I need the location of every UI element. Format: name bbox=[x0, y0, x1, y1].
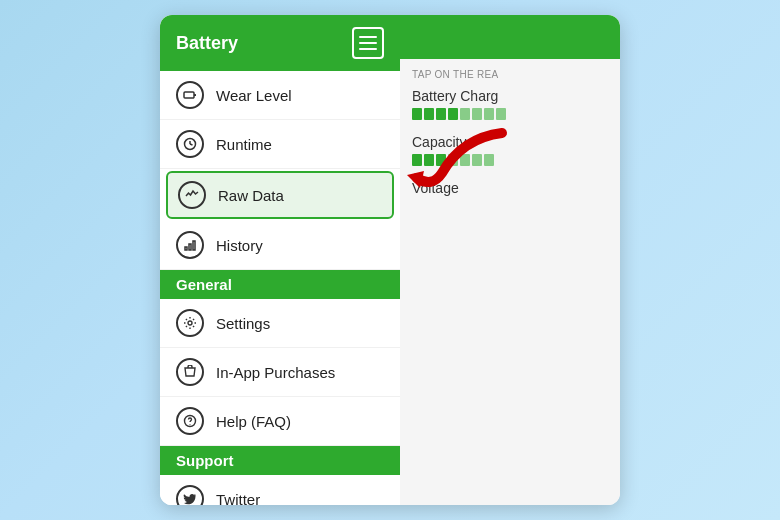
bar bbox=[424, 154, 434, 166]
bar bbox=[472, 108, 482, 120]
bar bbox=[448, 154, 458, 166]
bar bbox=[496, 108, 506, 120]
capacity-label: Capacity bbox=[412, 134, 608, 150]
voltage-section: Voltage bbox=[412, 180, 608, 196]
sidebar-item-settings[interactable]: Settings bbox=[160, 299, 400, 348]
sidebar-item-in-app-purchases[interactable]: In-App Purchases bbox=[160, 348, 400, 397]
runtime-label: Runtime bbox=[216, 136, 272, 153]
app-title: Battery bbox=[176, 33, 238, 54]
bar bbox=[460, 154, 470, 166]
settings-label: Settings bbox=[216, 315, 270, 332]
support-section-header: Support bbox=[160, 446, 400, 475]
bar bbox=[460, 108, 470, 120]
twitter-label: Twitter bbox=[216, 491, 260, 506]
menu-icon-button[interactable] bbox=[352, 27, 384, 59]
general-section-header: General bbox=[160, 270, 400, 299]
sidebar-item-twitter[interactable]: Twitter bbox=[160, 475, 400, 505]
menu-line-1 bbox=[359, 36, 377, 38]
help-label: Help (FAQ) bbox=[216, 413, 291, 430]
help-icon bbox=[176, 407, 204, 435]
tap-label: TAP ON THE REA bbox=[412, 69, 608, 80]
bar bbox=[412, 154, 422, 166]
svg-point-10 bbox=[190, 424, 191, 425]
sidebar-item-history[interactable]: History bbox=[160, 221, 400, 270]
bar bbox=[484, 154, 494, 166]
voltage-label: Voltage bbox=[412, 180, 608, 196]
bar bbox=[484, 108, 494, 120]
menu-line-2 bbox=[359, 42, 377, 44]
sidebar-item-runtime[interactable]: Runtime bbox=[160, 120, 400, 169]
menu-line-3 bbox=[359, 48, 377, 50]
svg-rect-5 bbox=[185, 247, 187, 250]
sidebar-item-help[interactable]: Help (FAQ) bbox=[160, 397, 400, 446]
raw-data-icon bbox=[178, 181, 206, 209]
runtime-icon bbox=[176, 130, 204, 158]
svg-rect-1 bbox=[194, 94, 196, 96]
svg-line-4 bbox=[190, 144, 193, 145]
wear-level-label: Wear Level bbox=[216, 87, 292, 104]
svg-rect-6 bbox=[189, 244, 191, 250]
sidebar-header: Battery bbox=[160, 15, 400, 71]
in-app-purchases-label: In-App Purchases bbox=[216, 364, 335, 381]
svg-rect-0 bbox=[184, 92, 194, 98]
capacity-bars bbox=[412, 154, 608, 166]
capacity-section: Capacity bbox=[412, 134, 608, 166]
settings-icon bbox=[176, 309, 204, 337]
battery-charge-label: Battery Charg bbox=[412, 88, 608, 104]
bar bbox=[424, 108, 434, 120]
twitter-icon bbox=[176, 485, 204, 505]
battery-charge-bars bbox=[412, 108, 608, 120]
svg-point-8 bbox=[188, 321, 192, 325]
bar bbox=[472, 154, 482, 166]
raw-data-label: Raw Data bbox=[218, 187, 284, 204]
bar bbox=[412, 108, 422, 120]
battery-charge-section: Battery Charg bbox=[412, 88, 608, 120]
wear-level-icon bbox=[176, 81, 204, 109]
history-icon bbox=[176, 231, 204, 259]
phone-container: Battery Wear Level bbox=[160, 15, 620, 505]
right-panel: TAP ON THE REA Battery Charg Capacity bbox=[400, 15, 620, 505]
bar bbox=[436, 108, 446, 120]
sidebar-item-wear-level[interactable]: Wear Level bbox=[160, 71, 400, 120]
bar bbox=[436, 154, 446, 166]
svg-rect-7 bbox=[193, 241, 195, 250]
right-content: TAP ON THE REA Battery Charg Capacity bbox=[400, 59, 620, 505]
sidebar-item-raw-data[interactable]: Raw Data bbox=[166, 171, 394, 219]
right-header bbox=[400, 15, 620, 59]
bar bbox=[448, 108, 458, 120]
in-app-purchases-icon bbox=[176, 358, 204, 386]
history-label: History bbox=[216, 237, 263, 254]
sidebar: Battery Wear Level bbox=[160, 15, 400, 505]
